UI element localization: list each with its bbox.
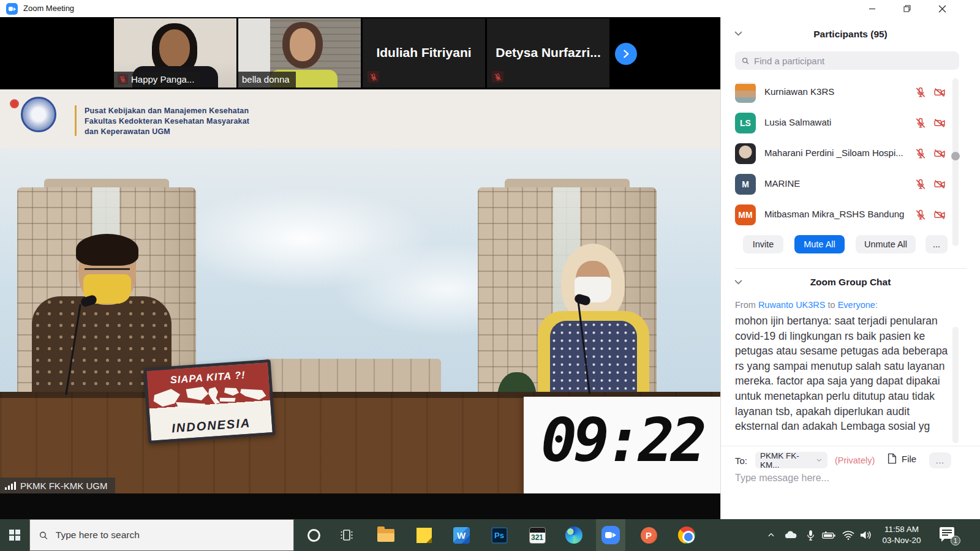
onedrive-icon[interactable] (784, 529, 797, 541)
video-thumbnail-iduliah[interactable]: Iduliah Fitriyani (363, 18, 485, 88)
video-off-icon (933, 86, 946, 99)
chat-input[interactable] (735, 473, 956, 484)
participant-row[interactable]: LS Lusia Salmawati (721, 108, 980, 138)
windows-logo-icon (9, 530, 20, 541)
mic-muted-icon (914, 86, 927, 99)
avatar (735, 82, 756, 103)
sticky-notes-icon[interactable] (409, 519, 439, 551)
studio-clock: 09:22 (524, 397, 720, 493)
video-thumbnail-detysa[interactable]: Detysa Nurfazri... (487, 18, 609, 88)
file-button[interactable]: File (888, 453, 916, 464)
participant-name: Mitbasman Mikra_RSHS Bandung (764, 209, 904, 219)
mic-muted-icon (914, 209, 927, 221)
volume-icon[interactable] (859, 529, 872, 541)
participant-row[interactable]: Maharani Perdini _Siloam Hospi... (721, 138, 980, 169)
video-stage: Happy Panga... bella donna Iduliah Fitri… (0, 17, 720, 519)
video-off-icon (933, 209, 946, 221)
cortana-icon[interactable] (299, 519, 328, 551)
restore-icon[interactable] (893, 0, 921, 17)
header-divider (75, 105, 77, 136)
participant-name: Lusia Salmawati (764, 117, 831, 127)
org-title: Pusat Kebijakan dan Manajemen Kesehatan … (85, 106, 249, 137)
tray-clock[interactable]: 11:58 AM 03-Nov-20 (872, 524, 931, 546)
to-word: to (828, 300, 835, 310)
thumbnail-name-pill: Happy Panga... (114, 72, 200, 88)
participant-search[interactable] (735, 51, 959, 70)
file-label: File (902, 454, 916, 464)
thumbnail-name: bella donna (242, 74, 290, 84)
avatar: LS (735, 113, 756, 133)
taskbar-search[interactable] (29, 519, 294, 551)
task-view-icon[interactable] (332, 519, 361, 551)
start-button[interactable] (0, 519, 29, 551)
clock-time: 09:22 (524, 405, 720, 475)
video-off-icon (933, 117, 946, 129)
close-icon[interactable] (928, 0, 956, 17)
search-input[interactable] (754, 56, 953, 66)
recipient-selector[interactable]: PKMK FK-KM... (755, 452, 827, 468)
chat-scrollbar-track[interactable] (952, 327, 959, 443)
chrome-icon[interactable] (672, 519, 701, 551)
powerpoint-icon[interactable]: P (634, 519, 663, 551)
video-off-icon (933, 148, 946, 160)
side-panel: Participants (95) Kurniawan K3RS LS Lusi… (720, 17, 980, 519)
action-center-icon[interactable]: 1 (940, 527, 958, 543)
zoom-meeting-window: Happy Panga... bella donna Iduliah Fitri… (0, 17, 980, 519)
avatar: M (735, 174, 756, 195)
participant-filmstrip: Happy Panga... bella donna Iduliah Fitri… (0, 17, 720, 89)
avatar: MM (735, 204, 756, 225)
participants-title: Participants (95) (721, 29, 980, 40)
photoshop-icon[interactable]: Ps (484, 519, 514, 551)
tray-time: 11:58 AM (872, 524, 931, 535)
composer-divider (721, 446, 980, 446)
video-thumbnail-bella[interactable]: bella donna (238, 18, 361, 88)
participants-scrollbar-thumb[interactable] (951, 152, 960, 160)
from-label: From (735, 300, 756, 310)
section-divider (735, 268, 967, 269)
video-thumbnail-happy[interactable]: Happy Panga... (114, 18, 236, 88)
more-options-button[interactable]: ... (925, 235, 948, 253)
org-line-2: Fakultas Kedokteran Kesehatan Masyarakat (85, 116, 249, 127)
chat-message-header: From Ruwanto UK3RS to Everyone: (735, 300, 878, 310)
mic-muted-icon (118, 74, 128, 84)
mute-all-button[interactable]: Mute All (794, 235, 845, 253)
chat-sender-link[interactable]: Ruwanto UK3RS (758, 300, 826, 310)
media-player-321-icon[interactable]: 321 (522, 519, 552, 551)
word-icon[interactable]: W (447, 519, 476, 551)
chat-more-button[interactable]: ... (929, 452, 951, 468)
chat-recipient-link[interactable]: Everyone (838, 300, 875, 310)
search-icon (741, 56, 750, 66)
participant-name: Maharani Perdini _Siloam Hospi... (764, 148, 903, 158)
participant-row[interactable]: M MARINE (721, 169, 980, 200)
next-page-arrow-icon[interactable] (615, 43, 637, 65)
unmute-all-button[interactable]: Unmute All (856, 235, 916, 253)
file-explorer-icon[interactable] (371, 519, 401, 551)
participants-scrollbar-track[interactable] (952, 78, 959, 246)
participants-actions: Invite Mute All Unmute All ... (721, 235, 980, 253)
edge-icon[interactable] (559, 519, 589, 551)
notification-badge: 1 (951, 536, 960, 545)
microphone-tray-icon[interactable] (804, 529, 817, 541)
battery-icon[interactable] (822, 529, 835, 541)
mic-muted-icon (914, 117, 927, 129)
participant-name: Kurniawan K3RS (764, 86, 834, 97)
privately-label: (Privately) (835, 455, 875, 465)
mic-muted-icon (914, 178, 927, 190)
minimize-icon[interactable] (858, 0, 886, 17)
mic-muted-icon (492, 71, 503, 83)
taskbar-search-input[interactable] (56, 530, 285, 541)
zoom-taskbar-icon[interactable] (596, 519, 625, 551)
participant-row[interactable]: MM Mitbasman Mikra_RSHS Bandung (721, 200, 980, 230)
thumbnail-name-pill: bella donna (238, 72, 296, 88)
windows-taskbar: W Ps 321 P 11:58 AM 03-Nov-20 1 (0, 519, 980, 551)
tray-expand-icon[interactable] (764, 529, 778, 541)
thumbnail-name: Detysa Nurfazri... (487, 45, 609, 60)
invite-button[interactable]: Invite (743, 235, 783, 253)
to-label: To: (735, 455, 747, 466)
wifi-icon[interactable] (842, 529, 855, 541)
window-titlebar: Zoom Meeting (0, 0, 980, 17)
chat-input-area[interactable] (735, 473, 956, 484)
main-speaker-video: Pusat Kebijakan dan Manajemen Kesehatan … (0, 89, 720, 493)
participant-row[interactable]: Kurniawan K3RS (721, 77, 980, 108)
signal-bars-icon (5, 481, 16, 490)
